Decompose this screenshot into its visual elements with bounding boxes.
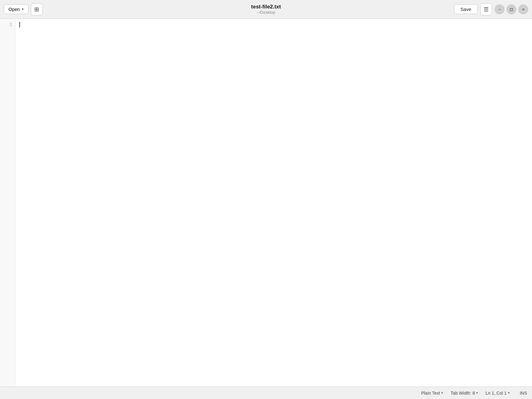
cursor-position[interactable]: Ln 1, Col 1 ▾: [486, 391, 510, 396]
statusbar: Plain Text ▾ Tab Width: 8 ▾ Ln 1, Col 1 …: [0, 387, 532, 399]
line-number-1: 1: [0, 21, 15, 28]
minimize-button[interactable]: −: [495, 4, 505, 14]
titlebar-left: Open ▾ ⊞: [4, 3, 43, 15]
close-button[interactable]: ×: [518, 4, 528, 14]
maximize-icon: ⊡: [510, 7, 513, 12]
menu-button[interactable]: ☰: [480, 3, 492, 15]
tab-width-label: Tab Width: 8: [451, 391, 475, 396]
open-label: Open: [8, 7, 20, 12]
text-cursor: [19, 22, 20, 27]
file-path: ~/Desktop: [251, 10, 281, 15]
open-chevron-icon: ▾: [22, 7, 24, 11]
close-icon: ×: [522, 7, 525, 12]
language-label: Plain Text: [421, 391, 440, 396]
language-selector[interactable]: Plain Text ▾: [421, 391, 443, 396]
tab-width-chevron-icon: ▾: [476, 391, 478, 395]
editor-content[interactable]: [16, 19, 532, 387]
menu-icon: ☰: [484, 6, 489, 13]
save-button[interactable]: Save: [454, 4, 478, 14]
open-button[interactable]: Open ▾: [4, 4, 28, 14]
titlebar-right: Save ☰ − ⊡ ×: [454, 3, 528, 15]
new-file-button[interactable]: ⊞: [31, 3, 43, 15]
editor-container: 1: [0, 19, 532, 387]
position-label: Ln 1, Col 1: [486, 391, 507, 396]
file-title: test-file2.txt: [251, 4, 281, 10]
titlebar-center: test-file2.txt ~/Desktop: [251, 4, 281, 15]
minimize-icon: −: [498, 7, 501, 12]
titlebar: Open ▾ ⊞ test-file2.txt ~/Desktop Save ☰…: [0, 0, 532, 19]
position-chevron-icon: ▾: [508, 391, 510, 395]
window-controls: − ⊡ ×: [495, 4, 528, 14]
cursor-line: [19, 21, 528, 28]
tab-width-selector[interactable]: Tab Width: 8 ▾: [451, 391, 478, 396]
language-chevron-icon: ▾: [441, 391, 443, 395]
new-file-icon: ⊞: [34, 6, 39, 13]
insert-mode-label: INS: [520, 391, 527, 396]
maximize-button[interactable]: ⊡: [506, 4, 516, 14]
line-numbers: 1: [0, 19, 16, 387]
